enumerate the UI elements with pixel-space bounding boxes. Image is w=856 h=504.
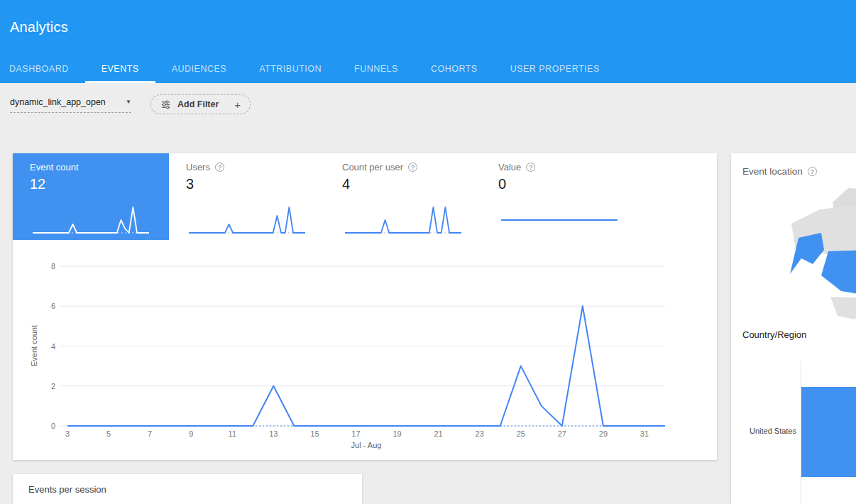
metric-label: Event count [30, 162, 79, 172]
event-selector-dropdown[interactable]: dynamic_link_app_open ▼ [10, 97, 131, 113]
united-states-bar[interactable] [801, 387, 856, 477]
metric-label: Users [186, 162, 210, 172]
metric-tab-event-count[interactable]: Event count 12 [13, 153, 169, 240]
page-title: Analytics [10, 19, 68, 35]
tab-cohorts[interactable]: COHORTS [415, 55, 494, 83]
nav-tabs: DASHBOARD EVENTS AUDIENCES ATTRIBUTION F… [9, 55, 616, 83]
svg-text:6: 6 [51, 302, 55, 310]
metric-tab-count-per-user[interactable]: Count per user ? 4 [325, 153, 481, 240]
plus-icon: + [234, 99, 241, 110]
metric-tabs: Event count 12 Users ? 3 Count per user … [13, 153, 717, 240]
help-icon[interactable]: ? [215, 163, 224, 172]
value-sparkline [498, 202, 620, 237]
svg-text:2: 2 [51, 382, 55, 390]
map-united-states[interactable] [821, 248, 856, 300]
svg-text:Event count: Event count [30, 325, 38, 366]
svg-text:21: 21 [434, 429, 442, 438]
filter-icon [160, 99, 171, 110]
svg-text:23: 23 [476, 429, 484, 438]
svg-text:31: 31 [640, 429, 649, 438]
svg-text:13: 13 [269, 429, 278, 438]
tab-user-properties[interactable]: USER PROPERTIES [494, 55, 616, 83]
add-filter-button[interactable]: Add Filter + [150, 94, 251, 114]
metric-tab-users[interactable]: Users ? 3 [169, 153, 325, 240]
event-location-map[interactable] [770, 185, 856, 327]
tab-events[interactable]: EVENTS [85, 55, 155, 83]
svg-text:15: 15 [310, 429, 319, 438]
metric-value: 12 [30, 176, 152, 192]
event-count-line-chart[interactable]: 0246835791113151719212325272931Jul - Aug… [28, 259, 681, 454]
events-overview-card: Event count 12 Users ? 3 Count per user … [13, 153, 717, 460]
tab-dashboard[interactable]: DASHBOARD [9, 55, 85, 83]
metric-tab-value[interactable]: Value ? 0 [481, 153, 637, 240]
chevron-down-icon: ▼ [126, 99, 131, 105]
svg-text:29: 29 [599, 429, 608, 438]
event-selector-value: dynamic_link_app_open [10, 97, 106, 107]
svg-text:3: 3 [65, 429, 70, 438]
svg-text:Jul - Aug: Jul - Aug [351, 441, 382, 449]
events-per-session-title: Events per session [28, 484, 106, 495]
svg-text:8: 8 [51, 262, 55, 270]
metric-value: 3 [186, 176, 308, 192]
help-icon[interactable]: ? [808, 167, 817, 176]
users-sparkline [186, 202, 308, 237]
country-row-label: United States [731, 427, 796, 435]
svg-text:0: 0 [51, 422, 55, 430]
metric-value: 0 [498, 176, 620, 192]
app-header: Analytics DASHBOARD EVENTS AUDIENCES ATT… [0, 0, 856, 83]
help-icon[interactable]: ? [408, 163, 417, 172]
svg-text:19: 19 [393, 429, 401, 438]
tab-audiences[interactable]: AUDIENCES [155, 55, 243, 83]
country-region-header: Country/Region [742, 329, 806, 340]
help-icon[interactable]: ? [526, 163, 535, 172]
svg-text:25: 25 [517, 429, 525, 438]
events-per-session-card: Events per session [13, 474, 362, 504]
svg-text:17: 17 [351, 429, 360, 438]
svg-text:5: 5 [106, 429, 111, 438]
metric-label: Value [498, 162, 521, 172]
add-filter-label: Add Filter [177, 99, 219, 109]
svg-text:11: 11 [229, 429, 236, 438]
event-count-sparkline [30, 202, 152, 237]
svg-text:7: 7 [148, 429, 152, 438]
map-mexico [830, 297, 856, 319]
tab-funnels[interactable]: FUNNELS [338, 55, 415, 83]
metric-label: Count per user [342, 162, 403, 172]
svg-text:27: 27 [558, 429, 566, 438]
event-location-title: Event location [742, 166, 803, 177]
event-location-card: Event location ? Country/Region United S… [731, 153, 856, 504]
tab-attribution[interactable]: ATTRIBUTION [243, 55, 338, 83]
svg-text:4: 4 [51, 342, 55, 351]
count-per-user-sparkline [342, 202, 464, 237]
svg-text:9: 9 [189, 429, 193, 438]
metric-value: 4 [342, 176, 464, 192]
